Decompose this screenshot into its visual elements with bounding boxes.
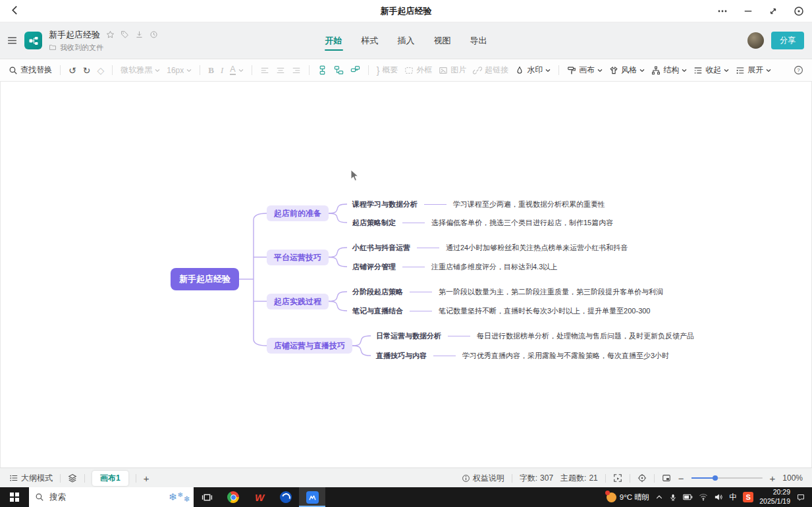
- undo-button[interactable]: ↺: [68, 66, 76, 75]
- canvas-tab-1[interactable]: 画布1: [92, 471, 128, 486]
- more-options-button[interactable]: [717, 6, 728, 16]
- image-button[interactable]: 图片: [439, 65, 466, 76]
- add-canvas-button[interactable]: +: [144, 473, 149, 483]
- align-left-button[interactable]: [260, 66, 269, 75]
- font-family-select[interactable]: 微软雅黑: [121, 65, 160, 76]
- mindmap-detail-node[interactable]: 通过24小时加够粉丝和关注热点榜单来运营小红书和抖音: [446, 243, 628, 253]
- weather-widget[interactable]: 9°C 晴朗: [607, 493, 650, 502]
- share-button[interactable]: 分享: [771, 32, 804, 49]
- mindmap-branch-node[interactable]: 平台运营技巧: [267, 250, 329, 265]
- tag-icon[interactable]: [121, 30, 129, 39]
- font-size-select[interactable]: 16px: [167, 66, 192, 75]
- sogou-ime-icon[interactable]: S: [743, 492, 753, 502]
- minimap-button[interactable]: [662, 473, 671, 483]
- mindmap-detail-node[interactable]: 笔记数量坚持不断，直播时长每次3小时以上，提升单量至200-300: [439, 306, 651, 316]
- align-right-button[interactable]: [292, 66, 301, 75]
- notification-center-button[interactable]: [796, 493, 805, 502]
- mindmap-branch-node[interactable]: 店铺运营与直播技巧: [267, 338, 352, 354]
- fullscreen-button[interactable]: [613, 473, 622, 483]
- expand-menu-button[interactable]: 展开: [736, 65, 771, 76]
- battery-icon[interactable]: [683, 493, 693, 501]
- favorite-star-icon[interactable]: [106, 30, 115, 39]
- rights-info-button[interactable]: 权益说明: [462, 473, 504, 484]
- mindmap-topic-node[interactable]: 起店策略制定: [352, 218, 396, 228]
- format-painter-button[interactable]: ◇: [97, 66, 104, 75]
- mindmap-detail-node[interactable]: 第一阶段以数量为主，第二阶段注重质量，第三阶段提升客单价与利润: [439, 287, 663, 297]
- italic-button[interactable]: I: [221, 65, 223, 76]
- restore-button[interactable]: [769, 7, 778, 16]
- start-button[interactable]: [0, 487, 29, 507]
- canvas-menu-button[interactable]: 画布: [567, 65, 603, 76]
- mindmap-detail-node[interactable]: 每日进行数据榜单分析，处理物流与售后问题，及时更新负反馈产品: [477, 331, 694, 341]
- style-menu-button[interactable]: 风格: [609, 65, 645, 76]
- tab-style[interactable]: 样式: [361, 31, 379, 51]
- zoom-slider[interactable]: [691, 477, 763, 479]
- mindmap-branch-node[interactable]: 起店实践过程: [267, 294, 329, 309]
- taskbar-chrome-button[interactable]: [220, 487, 246, 507]
- layers-button[interactable]: [68, 473, 77, 483]
- align-center-button[interactable]: [276, 66, 285, 75]
- folder-path[interactable]: 我收到的文件: [60, 43, 103, 53]
- zoom-out-button[interactable]: −: [678, 473, 684, 483]
- clock-widget[interactable]: 20:29 2025/1/19: [759, 488, 790, 506]
- insert-sibling-topic-button[interactable]: [334, 65, 344, 75]
- circle-dot-button[interactable]: [794, 6, 804, 16]
- minimize-button[interactable]: [744, 7, 753, 16]
- insert-subtopic-button[interactable]: [317, 65, 327, 75]
- outline-mode-button[interactable]: 大纲模式: [9, 473, 53, 484]
- insert-parent-topic-button[interactable]: [350, 65, 360, 75]
- microphone-tray-icon[interactable]: [669, 493, 677, 502]
- mindmap-detail-node[interactable]: 学习课程至少两遍，重视数据分析积累的重要性: [453, 200, 605, 209]
- mindmap-root-node[interactable]: 新手起店经验: [171, 268, 239, 290]
- hamburger-menu-button[interactable]: [7, 35, 18, 46]
- mindmap-topic-node[interactable]: 日常运营与数据分析: [376, 331, 441, 341]
- zoom-slider-knob[interactable]: [713, 475, 718, 481]
- mindmap-detail-node[interactable]: 注重店铺多维度评分，目标达到4.3以上: [431, 262, 557, 272]
- chevron-up-icon: [655, 493, 663, 501]
- download-icon[interactable]: [135, 30, 144, 39]
- mindmap-topic-node[interactable]: 课程学习与数据分析: [352, 200, 418, 209]
- ime-indicator[interactable]: 中: [729, 492, 737, 503]
- watermark-button[interactable]: 水印: [515, 65, 551, 76]
- mindmap-topic-node[interactable]: 分阶段起店策略: [352, 287, 403, 297]
- taskbar-blue-app-button[interactable]: [273, 487, 299, 507]
- tab-view[interactable]: 视图: [433, 31, 452, 51]
- taskbar-mindmap-app-button[interactable]: [299, 487, 325, 507]
- task-view-button[interactable]: [194, 487, 220, 507]
- zoom-in-button[interactable]: +: [770, 473, 776, 483]
- mindmap-canvas[interactable]: 新手起店经验起店前的准备课程学习与数据分析学习课程至少两遍，重视数据分析积累的重…: [0, 82, 812, 467]
- tab-export[interactable]: 导出: [470, 31, 488, 51]
- mindmap-topic-node[interactable]: 店铺评分管理: [352, 262, 396, 272]
- chevron-down-icon: [766, 68, 771, 73]
- document-title[interactable]: 新手起店经验: [49, 29, 100, 41]
- hidden-icons-button[interactable]: [655, 493, 663, 501]
- mindmap-detail-node[interactable]: 选择偏低客单价，挑选三个类目进行起店，制作15篇内容: [431, 218, 613, 228]
- tab-insert[interactable]: 插入: [397, 31, 416, 51]
- structure-menu-button[interactable]: 结构: [651, 65, 687, 76]
- hyperlink-button[interactable]: 超链接: [473, 65, 508, 76]
- taskbar-search-input[interactable]: 搜索 ❄❄❄: [29, 487, 194, 507]
- redo-button[interactable]: ↻: [83, 66, 91, 75]
- tab-start[interactable]: 开始: [325, 31, 343, 51]
- hyperlink-icon: [473, 66, 482, 75]
- font-color-button[interactable]: A: [230, 65, 243, 75]
- help-button[interactable]: ?: [794, 65, 803, 75]
- user-avatar[interactable]: [747, 32, 764, 49]
- speaker-icon[interactable]: [714, 493, 723, 501]
- frame-button[interactable]: 外框: [404, 65, 432, 76]
- summary-button[interactable]: } 概要: [377, 65, 398, 76]
- collapse-menu-button[interactable]: 收起: [693, 65, 729, 76]
- taskbar-wps-button[interactable]: W: [246, 487, 273, 507]
- mindmap-topic-node[interactable]: 直播技巧与内容: [376, 351, 427, 361]
- back-button[interactable]: [9, 5, 20, 16]
- mindmap-branch-node[interactable]: 起店前的准备: [267, 205, 329, 221]
- mindmap-topic-node[interactable]: 笔记与直播结合: [352, 306, 403, 316]
- mindmap-detail-node[interactable]: 学习优秀直播内容，采用露脸与不露脸策略，每次直播至少3小时: [462, 351, 669, 361]
- find-replace-button[interactable]: 查找替换: [9, 65, 52, 76]
- history-icon[interactable]: [149, 30, 158, 39]
- chevron-down-icon: [639, 68, 645, 73]
- locate-center-button[interactable]: [637, 473, 647, 483]
- bold-button[interactable]: B: [208, 65, 214, 76]
- wifi-icon[interactable]: [699, 493, 708, 501]
- mindmap-topic-node[interactable]: 小红书与抖音运营: [352, 243, 410, 253]
